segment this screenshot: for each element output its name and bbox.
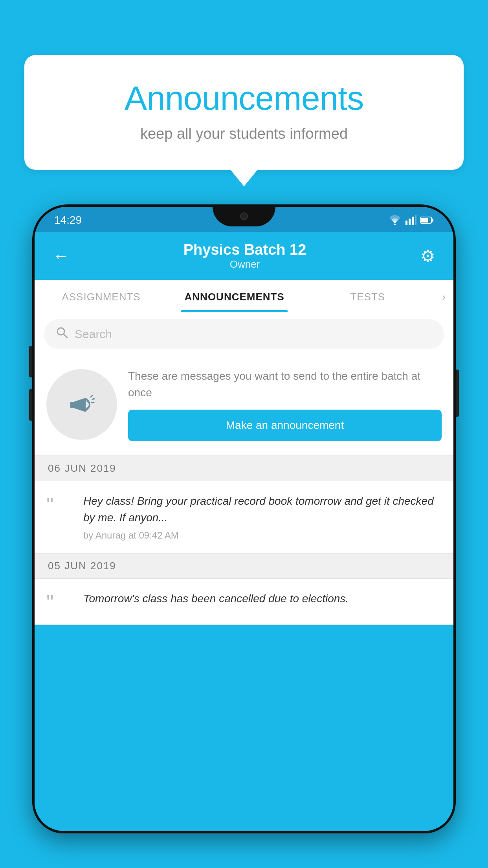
- battery-icon: [420, 216, 434, 224]
- tab-assignments[interactable]: ASSIGNMENTS: [35, 280, 168, 312]
- app-bar: ← Physics Batch 12 Owner ⚙: [35, 232, 453, 280]
- svg-rect-3: [412, 217, 414, 225]
- promo-description: These are messages you want to send to t…: [128, 368, 442, 401]
- quote-icon-2: ": [46, 592, 74, 612]
- make-announcement-button[interactable]: Make an announcement: [128, 410, 442, 441]
- announcement-item-1[interactable]: " Hey class! Bring your practical record…: [35, 481, 453, 553]
- phone-mockup: 14:29: [32, 204, 456, 868]
- date-divider-2: 05 JUN 2019: [35, 553, 453, 579]
- svg-rect-6: [421, 218, 428, 223]
- status-icons: [388, 215, 434, 225]
- search-icon: [56, 326, 68, 342]
- quote-icon-1: ": [46, 495, 74, 515]
- back-button[interactable]: ←: [53, 246, 69, 265]
- announcement-content-1: Hey class! Bring your practical record b…: [83, 493, 442, 541]
- signal-icon: [405, 215, 416, 225]
- svg-rect-10: [70, 402, 75, 408]
- announcement-meta-1: by Anurag at 09:42 AM: [83, 530, 442, 541]
- search-bar[interactable]: Search: [44, 319, 444, 349]
- promo-icon-circle: [46, 369, 117, 440]
- app-bar-title-group: Physics Batch 12 Owner: [183, 241, 306, 270]
- date-divider-1: 06 JUN 2019: [35, 456, 453, 481]
- svg-rect-7: [432, 219, 433, 222]
- phone-notch: [213, 207, 275, 226]
- promo-right: These are messages you want to send to t…: [128, 368, 442, 441]
- tab-tests[interactable]: TESTS: [301, 280, 434, 312]
- svg-rect-1: [405, 221, 407, 225]
- search-container: Search: [35, 312, 453, 356]
- announcement-content-2: Tomorrow's class has been cancelled due …: [83, 590, 442, 611]
- tab-announcements[interactable]: ANNOUNCEMENTS: [168, 280, 301, 312]
- svg-point-0: [394, 224, 396, 225]
- megaphone-icon: [64, 387, 99, 422]
- svg-line-11: [91, 395, 92, 397]
- tabs-bar: ASSIGNMENTS ANNOUNCEMENTS TESTS ›: [35, 280, 453, 312]
- wifi-icon: [388, 215, 402, 225]
- svg-line-12: [92, 399, 94, 399]
- phone-screen: 14:29: [35, 207, 453, 831]
- tab-more[interactable]: ›: [434, 280, 453, 312]
- speech-bubble-section: Announcements keep all your students inf…: [24, 55, 464, 170]
- phone-outer-shell: 14:29: [32, 204, 456, 833]
- batch-title: Physics Batch 12: [183, 241, 306, 258]
- announcements-title: Announcements: [56, 79, 432, 118]
- svg-rect-4: [415, 215, 416, 225]
- volume-down-button: [29, 389, 32, 421]
- announcement-item-2[interactable]: " Tomorrow's class has been cancelled du…: [35, 579, 453, 625]
- search-placeholder: Search: [75, 327, 112, 341]
- announcement-text-2: Tomorrow's class has been cancelled due …: [83, 590, 442, 607]
- settings-icon[interactable]: ⚙: [420, 246, 435, 266]
- svg-rect-2: [409, 219, 411, 225]
- announcement-text-1: Hey class! Bring your practical record b…: [83, 493, 442, 526]
- svg-line-9: [64, 334, 67, 338]
- announcements-subtitle: keep all your students informed: [56, 125, 432, 142]
- batch-subtitle: Owner: [183, 258, 306, 270]
- status-time: 14:29: [54, 214, 82, 226]
- speech-bubble-card: Announcements keep all your students inf…: [24, 55, 464, 170]
- volume-up-button: [29, 346, 32, 377]
- front-camera: [240, 212, 248, 220]
- power-button: [456, 370, 459, 417]
- announcement-promo: These are messages you want to send to t…: [35, 356, 453, 456]
